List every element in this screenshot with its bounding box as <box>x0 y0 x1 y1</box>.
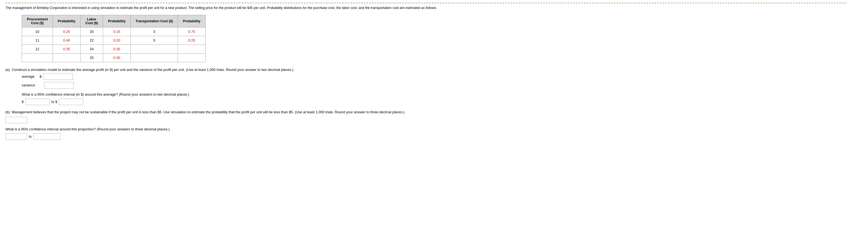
table-cell: 5 <box>130 36 178 45</box>
ci-lower-a[interactable] <box>25 98 50 105</box>
table-cell: 0.75 <box>178 27 206 36</box>
table-cell: 0.35 <box>103 45 131 53</box>
table-cell <box>22 53 53 62</box>
table-cell <box>178 45 206 53</box>
probability-table-section: ProcurementCost ($) Probability LaborCos… <box>22 15 863 62</box>
table-cell: 0.40 <box>53 36 81 45</box>
ci-lower-b[interactable] <box>5 133 27 140</box>
table-cell: 0.35 <box>53 45 81 53</box>
table-cell: 0.30 <box>103 53 131 62</box>
average-dollar: $ <box>40 75 41 79</box>
part-a-label: (a) Construct a simulation model to esti… <box>5 68 863 72</box>
col-header-prob1: Probability <box>53 15 81 27</box>
table-cell: 25 <box>80 53 103 62</box>
variance-input[interactable] <box>44 82 74 89</box>
col-header-labor: LaborCost ($) <box>80 15 103 27</box>
col-header-prob3: Probability <box>178 15 206 27</box>
ci-text-b: What is a 95% confidence interval around… <box>5 127 863 131</box>
table-cell <box>130 53 178 62</box>
ci-group-b: to <box>5 133 863 140</box>
col-header-prob2: Probability <box>103 15 131 27</box>
probability-table: ProcurementCost ($) Probability LaborCos… <box>22 15 206 62</box>
col-header-transport: Transportation Cost ($) <box>130 15 178 27</box>
table-cell <box>130 45 178 53</box>
average-label: average <box>22 75 38 79</box>
ci-dollar1: $ <box>22 100 24 104</box>
table-cell <box>53 53 81 62</box>
table-cell <box>178 53 206 62</box>
part-b-text: Management believes that the project may… <box>12 110 405 114</box>
average-input-group: average $ <box>22 73 863 80</box>
table-cell: 10 <box>22 27 53 36</box>
part-a-text: Construct a simulation model to estimate… <box>12 68 293 72</box>
part-b-input-group <box>5 117 863 123</box>
ci-upper-b[interactable] <box>33 133 61 140</box>
ci-group-a: $ to $ <box>22 98 863 105</box>
intro-text: The management of Brinkley Corporation i… <box>5 6 437 10</box>
part-b-label: (b) Management believes that the project… <box>5 110 863 114</box>
table-cell: 24 <box>80 45 103 53</box>
part-b-section: (b) Management believes that the project… <box>5 110 863 140</box>
ci-to-label-b: to <box>29 135 32 139</box>
part-b-input[interactable] <box>5 117 27 123</box>
table-cell: 11 <box>22 36 53 45</box>
average-input[interactable] <box>43 73 73 80</box>
table-cell: 0.25 <box>178 36 206 45</box>
variance-input-group: variance <box>22 82 863 89</box>
table-cell: 22 <box>80 36 103 45</box>
table-cell: 12 <box>22 45 53 53</box>
table-cell: 0.15 <box>103 27 131 36</box>
ci-upper-a[interactable] <box>59 98 83 105</box>
ci-to-label-a: to $ <box>51 100 57 104</box>
variance-label: variance <box>22 83 38 87</box>
table-cell: 0.20 <box>103 36 131 45</box>
col-header-procurement: ProcurementCost ($) <box>22 15 53 27</box>
table-cell: 0.25 <box>53 27 81 36</box>
table-cell: 3 <box>130 27 178 36</box>
problem-intro: The management of Brinkley Corporation i… <box>5 3 846 10</box>
table-cell: 20 <box>80 27 103 36</box>
ci-text-a: What is a 95% confidence interval (in $)… <box>22 92 863 96</box>
